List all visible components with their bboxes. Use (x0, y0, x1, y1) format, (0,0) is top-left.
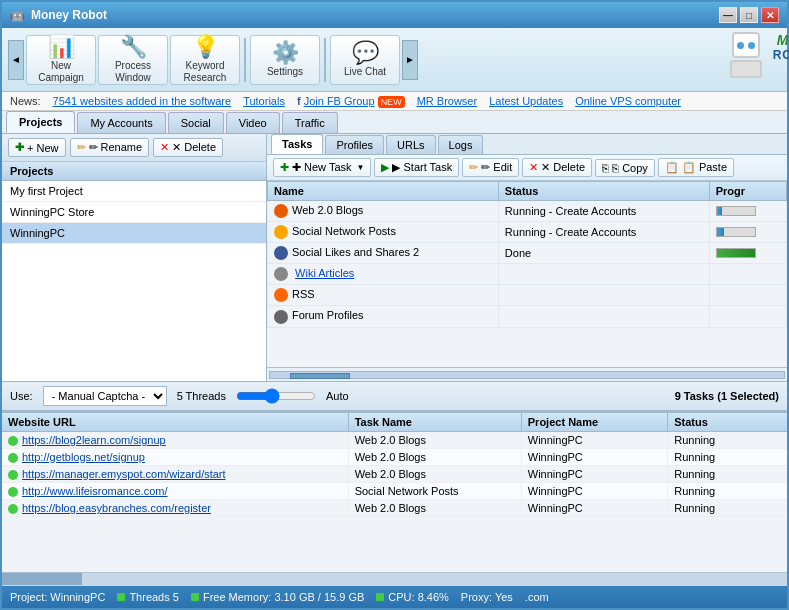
scrollbar-thumb[interactable] (290, 373, 350, 379)
task-row-6[interactable]: Forum Profiles (268, 306, 787, 327)
project-item-2[interactable]: WinningPC Store (2, 202, 266, 223)
status-threads: Threads 5 (117, 591, 179, 603)
keyword-research-button[interactable]: 💡 KeywordResearch (170, 35, 240, 85)
tab-traffic[interactable]: Traffic (282, 112, 338, 133)
task-tab-logs[interactable]: Logs (438, 135, 484, 154)
url-cell-task-4: Social Network Posts (349, 483, 522, 499)
url-cell-website-1[interactable]: https://blog2learn.com/signup (2, 432, 349, 448)
project-item-3[interactable]: WinningPC (2, 223, 266, 244)
delete-project-button[interactable]: ✕ ✕ Delete (153, 138, 223, 157)
money-text: Money (777, 32, 789, 48)
robot-text-area: Money ROBOT (773, 32, 789, 62)
captcha-select[interactable]: - Manual Captcha - (43, 386, 167, 406)
close-button[interactable]: ✕ (761, 7, 779, 23)
rename-project-button[interactable]: ✏ ✏ Rename (70, 138, 150, 157)
new-campaign-button[interactable]: 📊 NewCampaign (26, 35, 96, 85)
url-cell-status-2: Running (668, 449, 787, 465)
url-table-area: https://blog2learn.com/signup Web 2.0 Bl… (2, 432, 787, 572)
task-row-1[interactable]: Web 2.0 Blogs Running - Create Accounts (268, 201, 787, 222)
paste-task-button[interactable]: 📋 📋 Paste (658, 158, 734, 177)
robot-right-eye (748, 42, 755, 49)
web20-icon (274, 204, 288, 218)
url-scrollbar-track (2, 573, 787, 586)
url-row-5[interactable]: https://blog.easybranches.com/register W… (2, 500, 787, 517)
task-status-5 (498, 285, 709, 306)
task-tab-tasks[interactable]: Tasks (271, 134, 323, 154)
url-cell-project-2: WinningPC (522, 449, 668, 465)
tutorials-link[interactable]: Tutorials (243, 95, 285, 107)
latest-updates-link[interactable]: Latest Updates (489, 95, 563, 107)
toolbar: ◄ 📊 NewCampaign 🔧 ProcessWindow 💡 Keywor… (2, 28, 787, 92)
toolbar-next-button[interactable]: ► (402, 40, 418, 80)
robot-mascot-area: Money ROBOT (711, 32, 781, 87)
start-task-button[interactable]: ▶ ▶ Start Task (374, 158, 459, 177)
url-cell-website-3[interactable]: https://manager.emyspot.com/wizard/start (2, 466, 349, 482)
settings-icon: ⚙️ (272, 42, 299, 64)
edit-task-button[interactable]: ✏ ✏ Edit (462, 158, 519, 177)
url-scrollbar-thumb[interactable] (2, 573, 82, 585)
wiki-link[interactable]: Wiki Articles (295, 267, 354, 279)
online-vps-link[interactable]: Online VPS computer (575, 95, 681, 107)
process-window-label: ProcessWindow (115, 60, 151, 84)
url-header-website: Website URL (2, 413, 349, 431)
process-window-button[interactable]: 🔧 ProcessWindow (98, 35, 168, 85)
cpu-status-text: CPU: 8.46% (388, 591, 449, 603)
fb-group-link[interactable]: Join FB Group (304, 95, 375, 107)
url-cell-project-4: WinningPC (522, 483, 668, 499)
task-row-3[interactable]: Social Likes and Shares 2 Done (268, 243, 787, 264)
edit-icon: ✏ (469, 161, 478, 174)
threads-slider[interactable] (236, 389, 316, 403)
tab-my-accounts[interactable]: My Accounts (77, 112, 165, 133)
url-cell-website-5[interactable]: https://blog.easybranches.com/register (2, 500, 349, 516)
task-row-4[interactable]: Wiki Articles (268, 264, 787, 285)
task-row-2[interactable]: Social Network Posts Running - Create Ac… (268, 222, 787, 243)
task-tab-urls[interactable]: URLs (386, 135, 436, 154)
settings-button[interactable]: ⚙️ Settings (250, 35, 320, 85)
title-bar-controls: — □ ✕ (719, 7, 779, 23)
new-task-button[interactable]: ✚ ✚ New Task (273, 158, 371, 177)
url-row-1[interactable]: https://blog2learn.com/signup Web 2.0 Bl… (2, 432, 787, 449)
news-link[interactable]: 7541 websites added in the software (53, 95, 232, 107)
project-item-1[interactable]: My first Project (2, 181, 266, 202)
copy-task-button[interactable]: ⎘ ⎘ Copy (595, 159, 655, 177)
url-cell-website-4[interactable]: http://www.lifeisromance.com/ (2, 483, 349, 499)
robot-body (730, 60, 762, 78)
new-project-button[interactable]: ✚ + New (8, 138, 66, 157)
url-horizontal-scrollbar[interactable] (2, 572, 787, 586)
robot-mascot: Money ROBOT (711, 32, 781, 87)
minimize-button[interactable]: — (719, 7, 737, 23)
task-tabs: Tasks Profiles URLs Logs (267, 134, 787, 155)
task-horizontal-scrollbar[interactable] (267, 367, 787, 381)
fb-group-area: f Join FB Group NEW (297, 95, 405, 107)
toolbar-separator-2 (324, 38, 326, 82)
live-chat-button[interactable]: 💬 Live Chat (330, 35, 400, 85)
delete-task-button[interactable]: ✕ ✕ Delete (522, 158, 592, 177)
url-row-2[interactable]: http://getblogs.net/signup Web 2.0 Blogs… (2, 449, 787, 466)
toolbar-prev-button[interactable]: ◄ (8, 40, 24, 80)
settings-label: Settings (267, 66, 303, 78)
tab-social[interactable]: Social (168, 112, 224, 133)
tab-projects[interactable]: Projects (6, 111, 75, 133)
main-tabs: Projects My Accounts Social Video Traffi… (2, 111, 787, 134)
news-prefix: News: (10, 95, 41, 107)
url-table-header: Website URL Task Name Project Name Statu… (2, 413, 787, 432)
right-panel: Tasks Profiles URLs Logs ✚ ✚ New Task ▶ … (267, 134, 787, 381)
rename-icon: ✏ (77, 141, 86, 154)
task-tab-profiles[interactable]: Profiles (325, 135, 384, 154)
url-row-4[interactable]: http://www.lifeisromance.com/ Social Net… (2, 483, 787, 500)
tab-video[interactable]: Video (226, 112, 280, 133)
task-row-5[interactable]: RSS (268, 285, 787, 306)
threads-status-text: Threads 5 (129, 591, 179, 603)
mr-browser-link[interactable]: MR Browser (417, 95, 478, 107)
url-cell-website-2[interactable]: http://getblogs.net/signup (2, 449, 349, 465)
rename-label: ✏ Rename (89, 141, 143, 154)
status-memory: Free Memory: 3.10 GB / 15.9 GB (191, 591, 364, 603)
maximize-button[interactable]: □ (740, 7, 758, 23)
task-status-2: Running - Create Accounts (498, 222, 709, 243)
task-name-3: Social Likes and Shares 2 (268, 243, 499, 264)
task-name-4: Wiki Articles (268, 264, 499, 285)
delete-task-icon: ✕ (529, 161, 538, 174)
title-bar-left: 🤖 Money Robot (10, 8, 107, 22)
task-name-6: Forum Profiles (268, 306, 499, 327)
url-row-3[interactable]: https://manager.emyspot.com/wizard/start… (2, 466, 787, 483)
